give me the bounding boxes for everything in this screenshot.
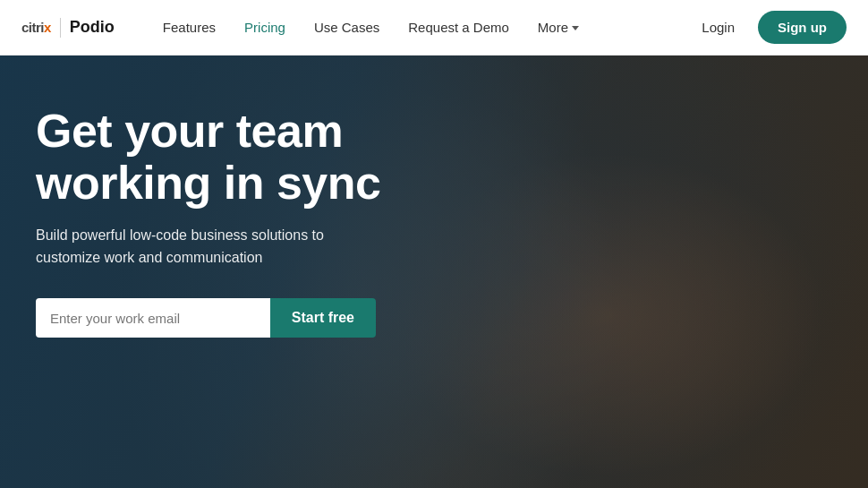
signup-button[interactable]: Sign up <box>758 11 847 44</box>
podio-logo: Podio <box>70 18 115 37</box>
hero-cta: Start free <box>36 298 376 338</box>
hero-content: Get your team working in sync Build powe… <box>0 56 430 338</box>
nav-right: Login Sign up <box>689 11 847 44</box>
nav-link-use-cases[interactable]: Use Cases <box>302 13 392 42</box>
nav-link-request-demo[interactable]: Request a Demo <box>396 13 522 42</box>
nav-link-more[interactable]: More <box>525 13 591 42</box>
hero-section: Get your team working in sync Build powe… <box>0 56 868 488</box>
more-label: More <box>538 20 568 35</box>
citrix-x-letter: x <box>44 20 51 35</box>
navbar: citrix Podio Features Pricing Use Cases … <box>0 0 868 56</box>
logo-area: citrix Podio <box>21 18 115 38</box>
nav-link-features[interactable]: Features <box>150 13 228 42</box>
hero-heading: Get your team working in sync <box>36 105 394 209</box>
chevron-down-icon <box>572 26 579 30</box>
nav-link-pricing[interactable]: Pricing <box>232 13 298 42</box>
citrix-logo: citrix <box>21 20 51 35</box>
email-input[interactable] <box>36 298 270 338</box>
login-button[interactable]: Login <box>689 13 747 42</box>
logo-divider <box>60 18 61 38</box>
hero-subtext: Build powerful low-code business solutio… <box>36 225 376 270</box>
start-free-button[interactable]: Start free <box>270 298 376 338</box>
nav-links: Features Pricing Use Cases Request a Dem… <box>150 13 689 42</box>
